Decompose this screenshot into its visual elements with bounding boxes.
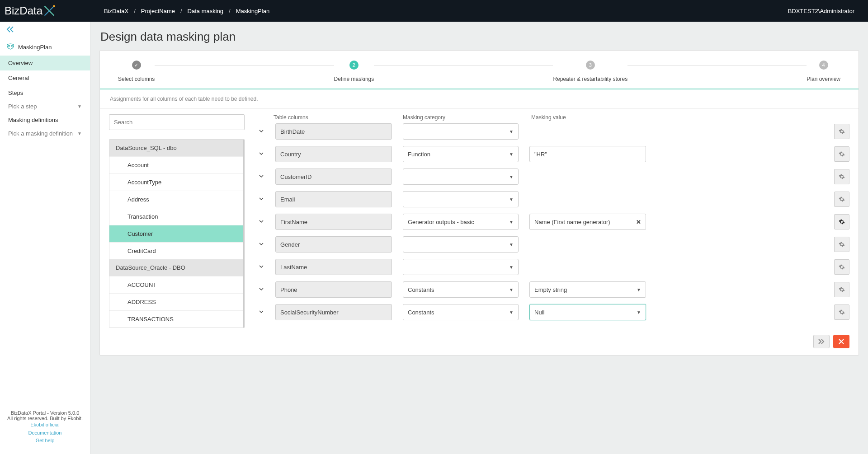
clear-icon[interactable]: ✕ [634,219,643,225]
sidebar-nav-overview[interactable]: Overview [0,56,90,70]
tree-group[interactable]: DataSource_Oracle - DBO [109,259,243,276]
step-4[interactable]: 4 Plan overview [807,61,840,82]
sidebar-footer: BizDataX Portal - Version 5.0.0 All righ… [0,406,90,454]
sidebar-nav-general[interactable]: General [0,70,90,85]
category-dropdown[interactable]: ▼ [403,259,519,275]
column-name: Phone [275,281,392,298]
tree-item[interactable]: AccountType [109,173,243,191]
column-name: FirstName [275,214,392,230]
tree-item[interactable]: TRANSACTIONS [109,310,243,328]
value-input[interactable]: Name (First name generator)✕ [529,214,646,230]
row-settings-button[interactable] [834,124,849,139]
expand-toggle[interactable] [258,287,264,292]
category-dropdown[interactable]: Function▼ [403,146,519,162]
expand-toggle[interactable] [258,309,264,315]
sidebar-collapse-button[interactable] [0,22,90,39]
tree-item[interactable]: Transaction [109,208,243,225]
expand-toggle[interactable] [258,174,264,179]
category-dropdown[interactable]: ▼ [403,236,519,253]
row-settings-button[interactable] [834,146,849,162]
category-dropdown[interactable]: Constants▼ [403,304,519,320]
sidebar: MaskingPlan Overview General Steps Pick … [0,22,90,454]
svg-point-1 [8,45,9,46]
step-2[interactable]: 2 Define maskings [334,61,374,82]
chevron-down-icon [259,219,264,224]
gear-icon [839,128,845,135]
value-dropdown[interactable]: Null▼ [529,304,646,320]
category-dropdown[interactable]: Generator outputs - basic▼ [403,214,519,230]
gear-icon [839,196,845,202]
chevron-down-icon: ▼ [509,174,514,179]
close-button[interactable] [833,335,849,348]
expand-toggle[interactable] [258,264,264,270]
gear-icon [839,151,845,157]
column-name: Country [275,146,392,162]
tree-item[interactable]: Address [109,191,243,208]
category-dropdown[interactable]: ▼ [403,191,519,207]
value-input[interactable]: "HR" [529,146,646,162]
value-dropdown[interactable]: Empty string▼ [529,281,646,298]
footer-link-docs[interactable]: Documentation [3,429,87,437]
header-masking-value: Masking value [531,114,649,121]
step-1[interactable]: ✓ Select columns [118,61,155,82]
mask-icon [6,43,14,51]
sidebar-steps-select[interactable]: Pick a step ▼ [0,100,90,112]
column-name: BirthDate [275,123,392,140]
next-button[interactable] [813,335,830,348]
row-settings-button[interactable] [834,259,849,275]
rows-container: BirthDate▼CountryFunction▼"HR"CustomerID… [258,123,849,320]
expand-toggle[interactable] [258,129,264,134]
footer-rights: All rights reserved. Built by Ekobit. [3,416,87,421]
step-3[interactable]: 3 Repeater & restartability stores [553,61,627,82]
breadcrumb-item[interactable]: BizDataX [104,8,128,14]
footer-link-ekobit[interactable]: Ekobit official [3,421,87,429]
row-settings-button[interactable] [834,282,849,297]
masking-row: SocialSecurityNumberConstants▼Null▼ [258,304,849,320]
search-input[interactable] [109,114,245,130]
sidebar-plan-title: MaskingPlan [0,39,90,56]
tree-item[interactable]: CreditCard [109,242,243,259]
category-dropdown[interactable]: ▼ [403,123,519,140]
breadcrumb-item[interactable]: ProjectName [141,8,175,14]
tree-item[interactable]: ADDRESS [109,293,243,310]
row-settings-button[interactable] [834,169,849,184]
content-area: DataSource_SQL - dboAccountAccountTypeAd… [100,109,859,355]
row-settings-button[interactable] [834,304,849,320]
tree-item[interactable]: Customer [109,225,243,242]
chevron-down-icon: ▼ [509,265,514,270]
expand-toggle[interactable] [258,151,264,157]
tree-group[interactable]: DataSource_SQL - dbo [109,140,243,156]
tree-item[interactable]: ACCOUNT [109,276,243,293]
chevron-down-icon [259,309,264,314]
dropdown-value: Function [408,151,509,158]
masking-row: Gender▼ [258,236,849,253]
gear-icon [839,241,845,248]
breadcrumb-item[interactable]: MaskingPlan [236,8,269,14]
gear-icon [839,173,845,180]
svg-point-0 [53,5,55,7]
gear-icon [839,309,845,315]
masking-row: Email▼ [258,191,849,207]
sidebar-defs-select[interactable]: Pick a masking definition ▼ [0,127,90,140]
chevron-down-icon: ▼ [509,220,514,225]
row-settings-button[interactable] [834,237,849,252]
chevron-down-icon [259,151,264,156]
category-dropdown[interactable]: ▼ [403,168,519,185]
footer-link-help[interactable]: Get help [3,437,87,445]
category-dropdown[interactable]: Constants▼ [403,281,519,298]
expand-toggle[interactable] [258,242,264,247]
table-tree: DataSource_SQL - dboAccountAccountTypeAd… [109,139,245,328]
breadcrumb-item[interactable]: Data masking [188,8,223,14]
logo[interactable]: BizData [0,0,90,22]
step-label: Repeater & restartability stores [553,76,627,82]
close-icon [839,339,844,344]
expand-toggle[interactable] [258,197,264,202]
breadcrumb-sep: / [180,8,182,14]
top-header: BizData BizDataX / ProjectName / Data ma… [0,0,868,22]
expand-toggle[interactable] [258,219,264,225]
user-info[interactable]: BDXTEST2\Administrator [788,8,868,14]
row-settings-button[interactable] [834,192,849,207]
tree-item[interactable]: Account [109,156,243,173]
row-settings-button[interactable] [834,214,849,229]
sidebar-defs-label: Masking definitions [0,112,90,127]
